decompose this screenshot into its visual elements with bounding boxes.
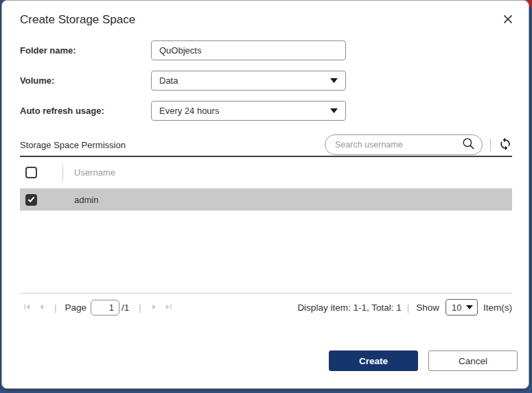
auto-refresh-label: Auto refresh usage: bbox=[20, 106, 151, 116]
volume-row: Volume: Data bbox=[20, 71, 346, 91]
select-all-checkbox[interactable] bbox=[25, 167, 37, 178]
dialog-title: Create Storage Space bbox=[20, 13, 135, 27]
show-label: Show bbox=[416, 302, 439, 313]
dialog-footer: Create Cancel bbox=[329, 350, 518, 371]
permission-section-title: Storage Space Permission bbox=[20, 140, 325, 150]
close-icon bbox=[503, 14, 513, 26]
sync-icon bbox=[498, 137, 512, 153]
last-page-button[interactable] bbox=[161, 302, 176, 313]
permission-table: Username admin bbox=[20, 156, 512, 294]
cancel-button[interactable]: Cancel bbox=[428, 350, 518, 371]
first-page-icon bbox=[23, 302, 31, 313]
create-storage-space-dialog: Create Storage Space Folder name: Volume… bbox=[1, 0, 529, 389]
first-page-button[interactable] bbox=[20, 302, 34, 313]
folder-name-row: Folder name: bbox=[20, 40, 346, 60]
previous-page-button[interactable] bbox=[34, 302, 49, 313]
page-size-value: 10 bbox=[452, 302, 466, 313]
folder-name-label: Folder name: bbox=[20, 45, 151, 56]
auto-refresh-selected-value: Every 24 hours bbox=[159, 106, 330, 116]
caret-down-icon bbox=[466, 305, 473, 309]
pager-separator: | bbox=[407, 302, 410, 313]
volume-selected-value: Data bbox=[159, 75, 330, 86]
username-cell: admin bbox=[74, 195, 98, 205]
header-divider bbox=[490, 139, 491, 151]
refresh-button[interactable] bbox=[498, 137, 512, 153]
auto-refresh-row: Auto refresh usage: Every 24 hours bbox=[20, 101, 346, 121]
pager-separator: | bbox=[54, 302, 57, 313]
last-page-icon bbox=[165, 302, 172, 313]
page-number-input[interactable] bbox=[91, 300, 119, 315]
volume-label: Volume: bbox=[20, 75, 151, 86]
column-divider bbox=[62, 164, 63, 182]
next-page-button[interactable] bbox=[147, 302, 161, 313]
magnifier-icon[interactable] bbox=[462, 137, 475, 153]
display-item-text: Display item: 1-1, Total: 1 bbox=[297, 302, 401, 313]
previous-page-icon bbox=[38, 302, 45, 313]
items-label: Item(s) bbox=[483, 302, 512, 313]
next-page-icon bbox=[150, 302, 158, 313]
auto-refresh-select[interactable]: Every 24 hours bbox=[151, 101, 346, 121]
row-checkbox[interactable] bbox=[25, 194, 37, 206]
search-username-field bbox=[325, 134, 483, 155]
page-size-select[interactable]: 10 bbox=[446, 299, 478, 315]
pagination-bar: | Page /1 | Display item: 1-1, Total: 1 … bbox=[20, 297, 512, 318]
page-label: Page bbox=[65, 302, 87, 313]
table-header-row: Username bbox=[20, 157, 512, 189]
folder-name-input[interactable] bbox=[159, 41, 338, 60]
caret-down-icon bbox=[330, 108, 338, 113]
create-button[interactable]: Create bbox=[329, 350, 418, 371]
page-total: /1 bbox=[122, 302, 129, 313]
caret-down-icon bbox=[330, 78, 338, 83]
search-username-input[interactable] bbox=[335, 140, 462, 150]
username-column-header: Username bbox=[74, 167, 115, 178]
check-icon bbox=[27, 193, 35, 206]
folder-name-field bbox=[151, 40, 346, 60]
volume-select[interactable]: Data bbox=[151, 71, 346, 91]
permission-section-header: Storage Space Permission bbox=[20, 134, 512, 156]
pager-separator: | bbox=[139, 302, 141, 313]
close-button[interactable] bbox=[502, 14, 514, 26]
table-row[interactable]: admin bbox=[20, 189, 512, 211]
